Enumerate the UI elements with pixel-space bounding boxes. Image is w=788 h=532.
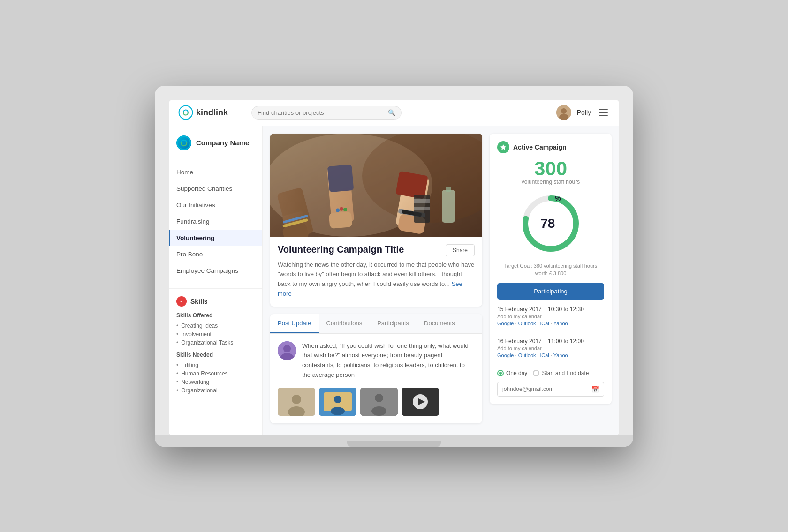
donut-chart: 78 %: [518, 191, 583, 256]
skill-networking: Networking: [176, 378, 255, 386]
svg-rect-25: [446, 187, 451, 192]
sidebar-item-volunteering[interactable]: Volunteering: [169, 230, 262, 246]
skills-header: ✓ Skills: [176, 296, 255, 307]
outlook-cal-link-2[interactable]: Outlook: [518, 352, 536, 358]
radio-one-day[interactable]: One day: [497, 370, 527, 376]
svg-point-40: [375, 394, 383, 402]
active-campaign-icon: [497, 141, 509, 153]
hamburger-menu[interactable]: [597, 107, 610, 118]
google-cal-link-2[interactable]: Google: [497, 352, 514, 358]
main-layout: Company Name Home Supported Charities Ou…: [169, 126, 619, 435]
nav-menu: Home Supported Charities Our Initiatives…: [169, 164, 262, 279]
skills-title: Skills: [190, 298, 208, 305]
svg-point-37: [334, 396, 341, 403]
google-cal-link-1[interactable]: Google: [497, 321, 514, 326]
campaign-title: Volunteering Campaign Title: [278, 244, 404, 255]
thumbnail-3[interactable]: [360, 388, 398, 416]
sidebar-item-home[interactable]: Home: [169, 164, 262, 180]
email-input-row: 📅: [497, 382, 604, 397]
sidebar-item-employee-campaigns[interactable]: Employee Campaigns: [169, 262, 262, 279]
svg-point-38: [331, 407, 345, 415]
tab-documents[interactable]: Documents: [417, 314, 462, 333]
campaign-info: Volunteering Campaign Title Share Watchi…: [270, 237, 482, 307]
skill-organizational-tasks: Organizational Tasks: [176, 338, 255, 347]
stat-number: 300: [497, 159, 604, 179]
top-nav: kindlink 🔍 Polly: [169, 100, 619, 126]
tab-post-update[interactable]: Post Update: [270, 314, 319, 333]
svg-point-33: [292, 395, 301, 404]
divider-2: [497, 364, 604, 364]
active-campaign-label: Active Campaign: [513, 143, 567, 151]
calendar-event-1: 15 February 2017 10:30 to 12:30 Add to m…: [497, 306, 604, 326]
svg-rect-27: [414, 199, 430, 203]
yahoo-cal-link-1[interactable]: Yahoo: [553, 321, 568, 326]
calendar-icon: 📅: [591, 386, 599, 393]
search-input[interactable]: [258, 109, 384, 116]
image-grid: [278, 388, 475, 416]
sidebar-item-pro-bono[interactable]: Pro Bono: [169, 246, 262, 262]
calendar-links-1: Add to my calendar: [497, 314, 604, 319]
logo-area: kindlink: [178, 105, 244, 120]
thumbnail-2[interactable]: [319, 388, 356, 416]
post-avatar: [278, 341, 296, 360]
active-campaign-header: Active Campaign: [497, 141, 604, 153]
svg-rect-20: [329, 211, 353, 228]
svg-rect-19: [327, 164, 354, 192]
yahoo-cal-link-2[interactable]: Yahoo: [553, 352, 568, 358]
cal-link-row-2: Google · Outlook · iCal · Yahoo: [497, 352, 604, 358]
campaign-hero: Volunteering Campaign Title Share Watchi…: [270, 134, 482, 307]
skills-offered-title: Skills Offered: [176, 312, 255, 319]
participating-button[interactable]: Participating: [497, 283, 604, 300]
tab-content: When asked, "If you could wish for one t…: [270, 334, 482, 423]
radio-start-end[interactable]: Start and End date: [533, 370, 589, 376]
avatar: [556, 105, 571, 120]
search-icon: 🔍: [388, 109, 395, 116]
sidebar-item-fundraising[interactable]: Fundraising: [169, 213, 262, 230]
skill-human-resources: Human Resources: [176, 369, 255, 378]
kindlink-logo-icon: [178, 105, 193, 120]
date-options: One day Start and End date: [497, 370, 604, 376]
ical-link-1[interactable]: iCal: [540, 321, 549, 326]
sidebar-item-supported-charities[interactable]: Supported Charities: [169, 180, 262, 197]
content-area: Volunteering Campaign Title Share Watchi…: [263, 126, 619, 435]
skills-section: ✓ Skills Skills Offered Creating Ideas I…: [169, 288, 262, 402]
donut-percent: 78 %: [518, 191, 583, 256]
svg-point-0: [179, 106, 193, 120]
svg-rect-28: [414, 207, 430, 210]
target-text: Target Goal: 380 volunteering staff hour…: [497, 262, 604, 277]
user-name: Polly: [577, 109, 591, 116]
skills-needed-title: Skills Needed: [176, 352, 255, 358]
sidebar: Company Name Home Supported Charities Ou…: [169, 126, 263, 435]
thumbnail-1[interactable]: [278, 388, 315, 416]
calendar-event-2: 16 February 2017 11:00 to 12:00 Add to m…: [497, 338, 604, 358]
tabs-header: Post Update Contributions Participants D…: [270, 314, 482, 334]
stat-unit: volunteering staff hours: [497, 179, 604, 185]
skill-organizational: Organizational: [176, 386, 255, 395]
share-button[interactable]: Share: [446, 244, 475, 256]
hero-image: [270, 134, 482, 237]
outlook-cal-link-1[interactable]: Outlook: [518, 321, 536, 326]
tab-participants[interactable]: Participants: [370, 314, 417, 333]
main-content: Volunteering Campaign Title Share Watchi…: [270, 134, 482, 428]
skill-creating-ideas: Creating Ideas: [176, 322, 255, 330]
svg-point-4: [177, 136, 190, 150]
thumbnail-video[interactable]: [402, 388, 439, 416]
post-item: When asked, "If you could wish for one t…: [278, 341, 475, 380]
svg-point-30: [283, 345, 291, 352]
cal-link-row-1: Google · Outlook · iCal · Yahoo: [497, 321, 604, 326]
campaign-stats: Active Campaign 300 volunteering staff h…: [490, 134, 612, 404]
tab-contributions[interactable]: Contributions: [319, 314, 370, 333]
search-bar[interactable]: 🔍: [251, 106, 402, 120]
post-text: When asked, "If you could wish for one t…: [302, 341, 475, 380]
laptop-base: [155, 435, 633, 447]
campaign-description: Watching the news the other day, it occu…: [278, 260, 475, 299]
logo-text: kindlink: [196, 108, 228, 118]
svg-point-2: [561, 108, 567, 114]
right-panel: Active Campaign 300 volunteering staff h…: [490, 134, 612, 428]
email-input[interactable]: [502, 386, 588, 392]
svg-rect-24: [442, 190, 455, 223]
tabs-container: Post Update Contributions Participants D…: [270, 314, 482, 423]
sidebar-item-our-initiatives[interactable]: Our Initiatives: [169, 197, 262, 213]
ical-link-2[interactable]: iCal: [540, 352, 549, 358]
company-header: Company Name: [169, 135, 262, 160]
